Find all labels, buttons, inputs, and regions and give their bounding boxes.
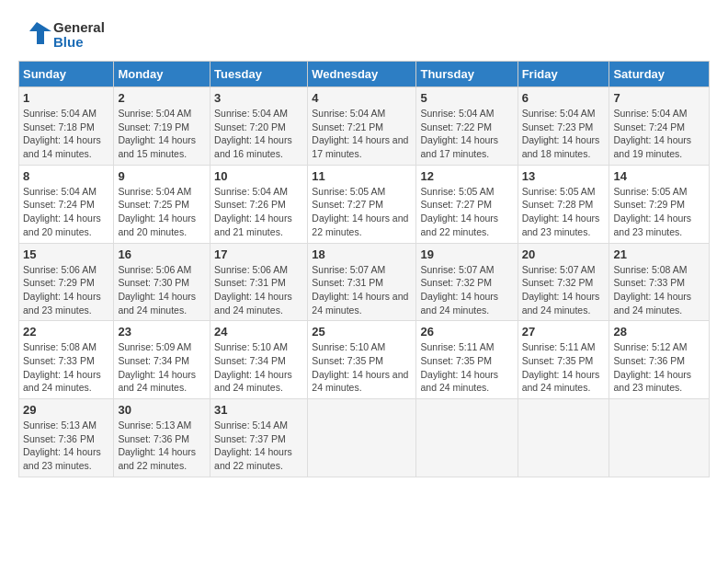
day-cell — [416, 399, 518, 477]
day-number: 5 — [420, 91, 513, 105]
day-number: 9 — [118, 169, 206, 183]
day-cell: 19Sunrise: 5:07 AMSunset: 7:32 PMDayligh… — [416, 243, 518, 321]
day-info: Sunrise: 5:06 AMSunset: 7:31 PMDaylight:… — [214, 263, 303, 317]
day-number: 16 — [118, 247, 206, 261]
col-header-tuesday: Tuesday — [210, 62, 308, 87]
day-number: 8 — [23, 169, 109, 183]
day-number: 27 — [522, 325, 606, 339]
day-cell: 6Sunrise: 5:04 AMSunset: 7:23 PMDaylight… — [518, 87, 609, 166]
day-number: 3 — [214, 91, 303, 105]
day-info: Sunrise: 5:11 AMSunset: 7:35 PMDaylight:… — [522, 340, 606, 395]
day-info: Sunrise: 5:05 AMSunset: 7:27 PMDaylight:… — [420, 185, 513, 239]
week-row-5: 29Sunrise: 5:13 AMSunset: 7:36 PMDayligh… — [19, 399, 710, 477]
day-cell: 8Sunrise: 5:04 AMSunset: 7:24 PMDaylight… — [19, 165, 114, 243]
day-info: Sunrise: 5:04 AMSunset: 7:21 PMDaylight:… — [312, 107, 412, 161]
day-cell — [609, 399, 710, 477]
day-number: 14 — [613, 169, 705, 183]
day-number: 2 — [118, 91, 206, 105]
day-number: 11 — [312, 169, 412, 183]
day-info: Sunrise: 5:07 AMSunset: 7:32 PMDaylight:… — [522, 263, 606, 317]
day-number: 31 — [214, 403, 303, 417]
day-number: 15 — [23, 247, 109, 261]
day-cell: 13Sunrise: 5:05 AMSunset: 7:28 PMDayligh… — [518, 165, 609, 243]
day-cell: 26Sunrise: 5:11 AMSunset: 7:35 PMDayligh… — [416, 321, 518, 399]
day-number: 4 — [312, 91, 412, 105]
day-number: 23 — [118, 325, 206, 339]
day-info: Sunrise: 5:13 AMSunset: 7:36 PMDaylight:… — [118, 419, 206, 473]
day-info: Sunrise: 5:10 AMSunset: 7:34 PMDaylight:… — [214, 340, 303, 395]
day-cell: 7Sunrise: 5:04 AMSunset: 7:24 PMDaylight… — [609, 87, 710, 166]
day-info: Sunrise: 5:13 AMSunset: 7:36 PMDaylight:… — [23, 419, 109, 473]
day-info: Sunrise: 5:04 AMSunset: 7:19 PMDaylight:… — [118, 107, 206, 161]
week-row-1: 1Sunrise: 5:04 AMSunset: 7:18 PMDaylight… — [19, 87, 710, 166]
day-number: 1 — [23, 91, 109, 105]
day-cell: 18Sunrise: 5:07 AMSunset: 7:31 PMDayligh… — [308, 243, 416, 321]
col-header-thursday: Thursday — [416, 62, 518, 87]
day-number: 19 — [420, 247, 513, 261]
day-cell: 3Sunrise: 5:04 AMSunset: 7:20 PMDaylight… — [210, 87, 308, 166]
week-row-3: 15Sunrise: 5:06 AMSunset: 7:29 PMDayligh… — [19, 243, 710, 321]
day-info: Sunrise: 5:04 AMSunset: 7:22 PMDaylight:… — [420, 107, 513, 161]
day-number: 20 — [522, 247, 606, 261]
day-number: 18 — [312, 247, 412, 261]
day-cell: 23Sunrise: 5:09 AMSunset: 7:34 PMDayligh… — [114, 321, 210, 399]
day-number: 28 — [613, 325, 705, 339]
day-info: Sunrise: 5:07 AMSunset: 7:31 PMDaylight:… — [312, 263, 412, 317]
day-info: Sunrise: 5:04 AMSunset: 7:18 PMDaylight:… — [23, 107, 109, 161]
day-info: Sunrise: 5:04 AMSunset: 7:26 PMDaylight:… — [214, 185, 303, 239]
day-cell: 21Sunrise: 5:08 AMSunset: 7:33 PMDayligh… — [609, 243, 710, 321]
header-row: SundayMondayTuesdayWednesdayThursdayFrid… — [19, 62, 710, 87]
day-cell: 31Sunrise: 5:14 AMSunset: 7:37 PMDayligh… — [210, 399, 308, 477]
day-cell: 2Sunrise: 5:04 AMSunset: 7:19 PMDaylight… — [114, 87, 210, 166]
day-cell: 24Sunrise: 5:10 AMSunset: 7:34 PMDayligh… — [210, 321, 308, 399]
day-info: Sunrise: 5:12 AMSunset: 7:36 PMDaylight:… — [613, 340, 705, 395]
day-cell: 5Sunrise: 5:04 AMSunset: 7:22 PMDaylight… — [416, 87, 518, 166]
day-cell: 9Sunrise: 5:04 AMSunset: 7:25 PMDaylight… — [114, 165, 210, 243]
week-row-2: 8Sunrise: 5:04 AMSunset: 7:24 PMDaylight… — [19, 165, 710, 243]
day-cell: 10Sunrise: 5:04 AMSunset: 7:26 PMDayligh… — [210, 165, 308, 243]
day-info: Sunrise: 5:11 AMSunset: 7:35 PMDaylight:… — [420, 340, 513, 395]
day-info: Sunrise: 5:07 AMSunset: 7:32 PMDaylight:… — [420, 263, 513, 317]
day-number: 17 — [214, 247, 303, 261]
day-cell: 12Sunrise: 5:05 AMSunset: 7:27 PMDayligh… — [416, 165, 518, 243]
day-info: Sunrise: 5:14 AMSunset: 7:37 PMDaylight:… — [214, 419, 303, 473]
day-cell: 25Sunrise: 5:10 AMSunset: 7:35 PMDayligh… — [308, 321, 416, 399]
logo-blue-text: Blue — [53, 35, 105, 51]
day-cell: 27Sunrise: 5:11 AMSunset: 7:35 PMDayligh… — [518, 321, 609, 399]
day-info: Sunrise: 5:04 AMSunset: 7:24 PMDaylight:… — [23, 185, 109, 239]
day-info: Sunrise: 5:06 AMSunset: 7:30 PMDaylight:… — [118, 263, 206, 317]
day-number: 21 — [613, 247, 705, 261]
day-number: 22 — [23, 325, 109, 339]
day-number: 25 — [312, 325, 412, 339]
day-info: Sunrise: 5:08 AMSunset: 7:33 PMDaylight:… — [613, 263, 705, 317]
day-cell: 1Sunrise: 5:04 AMSunset: 7:18 PMDaylight… — [19, 87, 114, 166]
day-info: Sunrise: 5:05 AMSunset: 7:27 PMDaylight:… — [312, 185, 412, 239]
day-info: Sunrise: 5:06 AMSunset: 7:29 PMDaylight:… — [23, 263, 109, 317]
day-cell: 15Sunrise: 5:06 AMSunset: 7:29 PMDayligh… — [19, 243, 114, 321]
day-cell: 4Sunrise: 5:04 AMSunset: 7:21 PMDaylight… — [308, 87, 416, 166]
day-number: 30 — [118, 403, 206, 417]
day-number: 29 — [23, 403, 109, 417]
day-cell — [518, 399, 609, 477]
col-header-saturday: Saturday — [609, 62, 710, 87]
logo-bird-icon — [18, 18, 51, 52]
svg-marker-0 — [29, 22, 51, 44]
day-cell: 17Sunrise: 5:06 AMSunset: 7:31 PMDayligh… — [210, 243, 308, 321]
day-info: Sunrise: 5:05 AMSunset: 7:28 PMDaylight:… — [522, 185, 606, 239]
calendar-table: SundayMondayTuesdayWednesdayThursdayFrid… — [18, 61, 710, 477]
logo: GeneralBlue — [18, 18, 105, 52]
day-cell: 22Sunrise: 5:08 AMSunset: 7:33 PMDayligh… — [19, 321, 114, 399]
day-number: 10 — [214, 169, 303, 183]
day-number: 12 — [420, 169, 513, 183]
day-info: Sunrise: 5:05 AMSunset: 7:29 PMDaylight:… — [613, 185, 705, 239]
day-cell: 20Sunrise: 5:07 AMSunset: 7:32 PMDayligh… — [518, 243, 609, 321]
col-header-friday: Friday — [518, 62, 609, 87]
week-row-4: 22Sunrise: 5:08 AMSunset: 7:33 PMDayligh… — [19, 321, 710, 399]
day-info: Sunrise: 5:04 AMSunset: 7:20 PMDaylight:… — [214, 107, 303, 161]
logo-general-text: General — [53, 20, 105, 36]
day-number: 7 — [613, 91, 705, 105]
day-cell: 28Sunrise: 5:12 AMSunset: 7:36 PMDayligh… — [609, 321, 710, 399]
day-number: 13 — [522, 169, 606, 183]
day-number: 24 — [214, 325, 303, 339]
day-cell: 16Sunrise: 5:06 AMSunset: 7:30 PMDayligh… — [114, 243, 210, 321]
